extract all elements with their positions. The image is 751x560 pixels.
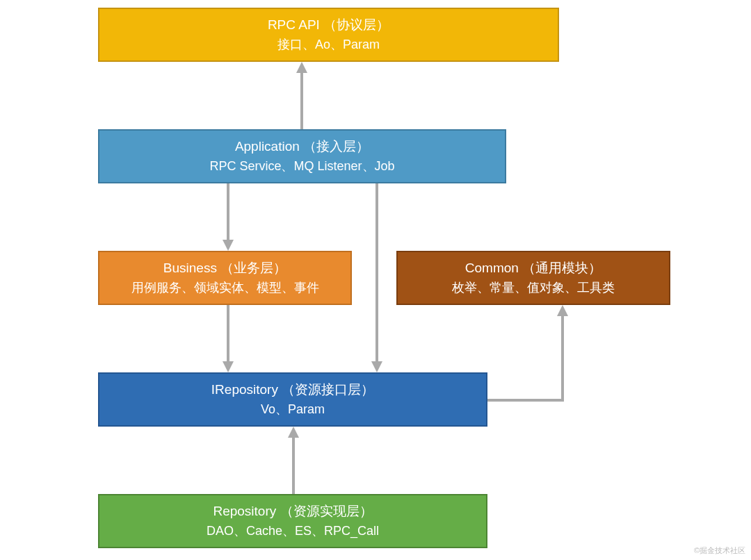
arrow-head-down-icon bbox=[371, 361, 382, 372]
arrow-head-up-icon bbox=[296, 62, 307, 73]
arrow-app-to-business bbox=[227, 183, 229, 240]
layer-title: IRepository （资源接口层） bbox=[211, 380, 374, 400]
arrow-irepo-to-common-h bbox=[487, 399, 564, 402]
arrow-head-up-icon bbox=[557, 305, 568, 316]
layer-business: Business （业务层） 用例服务、领域实体、模型、事件 bbox=[98, 251, 352, 305]
layer-sub: RPC Service、MQ Listener、Job bbox=[209, 157, 394, 176]
layer-irepository: IRepository （资源接口层） Vo、Param bbox=[98, 372, 487, 427]
layer-sub: Vo、Param bbox=[261, 400, 325, 419]
arrow-business-to-irepo bbox=[227, 305, 229, 361]
arrow-head-up-icon bbox=[288, 427, 299, 438]
arrow-app-to-irepo bbox=[376, 183, 378, 361]
arrow-irepo-to-common-v bbox=[561, 316, 564, 402]
arrow-head-down-icon bbox=[223, 240, 234, 251]
layer-title: Business （业务层） bbox=[163, 258, 286, 279]
arrow-head-down-icon bbox=[223, 361, 234, 372]
layer-title: Repository （资源实现层） bbox=[213, 502, 372, 522]
layer-sub: 枚举、常量、值对象、工具类 bbox=[452, 279, 615, 297]
layer-common: Common （通用模块） 枚举、常量、值对象、工具类 bbox=[396, 251, 670, 305]
layer-sub: DAO、Cache、ES、RPC_Call bbox=[207, 522, 379, 541]
layer-application: Application （接入层） RPC Service、MQ Listene… bbox=[98, 129, 506, 183]
layer-title: Application （接入层） bbox=[235, 137, 369, 157]
layer-sub: 接口、Ao、Param bbox=[277, 35, 380, 54]
arrow-repo-to-irepo bbox=[292, 438, 295, 494]
layer-sub: 用例服务、领域实体、模型、事件 bbox=[131, 279, 319, 297]
layer-title: Common （通用模块） bbox=[465, 258, 601, 279]
watermark: ©掘金技术社区 bbox=[694, 545, 745, 556]
layer-rpc-api: RPC API （协议层） 接口、Ao、Param bbox=[98, 8, 559, 62]
layer-repository: Repository （资源实现层） DAO、Cache、ES、RPC_Call bbox=[98, 494, 487, 548]
layer-title: RPC API （协议层） bbox=[268, 15, 389, 35]
arrow-app-to-rpcapi bbox=[300, 73, 303, 129]
